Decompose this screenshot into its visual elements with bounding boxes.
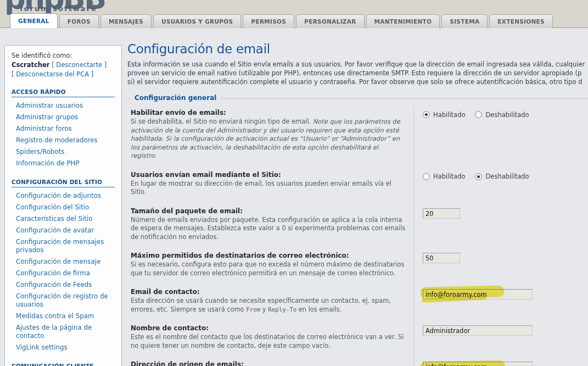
field-control: info@foroarmy.com (413, 288, 588, 314)
sidebar-nav: ACCESO RÁPIDOAdministrar usuariosAdminis… (12, 88, 115, 366)
field-description: En lugar de mostrar su dirección de emai… (131, 180, 406, 197)
sidebar-item-label: Configuración de adjuntos (16, 192, 101, 199)
tab-foros[interactable]: FOROS (59, 14, 99, 28)
sidebar-item-medidas-contra-el-spam[interactable]: Medidas contra el Spam (12, 310, 115, 322)
sidebar-item-label: Configuración del Sitio (16, 203, 89, 211)
tab-personalizar[interactable]: PERSONALIZAR (296, 14, 364, 28)
page-title: Configuración de email (127, 42, 588, 56)
radio-option-deshabilitado[interactable]: Deshabilitado (475, 111, 529, 119)
sidebar-item-label: Configuración de Feeds (16, 281, 92, 289)
sidebar-item-label: Características del Sitio (16, 215, 92, 223)
field-control: info@foroarmy.com (413, 361, 588, 366)
sidebar-item-configuracion-de-registro-de-usuarios[interactable]: Configuración de registro de usuarios (12, 291, 115, 310)
header: phpBB forum software ® GENERALFOROSMENSA… (0, 0, 588, 28)
field-text: Dirección de origen de emails:Se usa com… (131, 361, 413, 366)
field-description: Si es necesario, configura esto para que… (131, 260, 406, 278)
sidebar-item-configuracion-de-adjuntos[interactable]: Configuración de adjuntos (12, 190, 115, 202)
field-control: HabilitadoDeshabilitado (413, 109, 588, 160)
text-input-tamano-del-paquete-de-email[interactable]: 20 (423, 208, 460, 219)
sidebar-item-label: Configuración de mensajes privados (16, 238, 104, 254)
field-description: Este es el nombre del contacto que los d… (131, 333, 406, 350)
text-input-maximo-permitidos-de-destinatarios-de-correo-electronico[interactable]: 50 (423, 253, 460, 263)
field-control: 20 (413, 207, 588, 242)
radio-unchecked-icon[interactable] (423, 173, 430, 180)
sidebar-item-configuracion-de-mensaje[interactable]: Configuración de mensaje (12, 256, 115, 268)
sidebar-section-title-comunicacion-cliente: COMUNICACIÓN CLIENTE (12, 363, 115, 366)
text-input-email-de-contacto[interactable]: info@foroarmy.com (423, 289, 533, 300)
tab-sistema[interactable]: SISTEMA (441, 14, 488, 28)
form-row-direccion-de-origen-de-emails: Dirección de origen de emails:Se usa com… (127, 355, 588, 366)
sidebar-item-administrar-usuarios[interactable]: Administrar usuarios (12, 100, 115, 112)
form-row-usuarios-envian-email-mediante-el-sitio: Usuarios envían email mediante el Sitio:… (127, 165, 588, 202)
radio-checked-icon[interactable] (475, 173, 482, 180)
field-control: HabilitadoDeshabilitado (413, 171, 588, 197)
logout-link[interactable]: [ Desconectarte ] (52, 61, 107, 69)
identity-intro: Se identificó como: (12, 51, 115, 60)
field-label: Nombre de contacto: (131, 324, 406, 332)
sidebar-item-label: Administrar grupos (16, 113, 78, 121)
column-divider (413, 106, 414, 366)
text-input-direccion-de-origen-de-emails[interactable]: info@foroarmy.com (423, 362, 533, 366)
field-control: Administrador (413, 324, 588, 350)
username: Cscratcher (12, 61, 50, 69)
field-text: Habilitar envío de emails:Si se deshabil… (131, 109, 413, 160)
sidebar-item-spiders-robots[interactable]: Spiders/Robots (12, 146, 115, 158)
sidebar-section-title-acceso-rapido: ACCESO RÁPIDO (12, 88, 115, 97)
sidebar-item-label: Configuración de registro de usuarios (16, 292, 108, 308)
field-label: Usuarios envían email mediante el Sitio: (131, 171, 406, 179)
sidebar-item-label: Spiders/Robots (16, 148, 64, 156)
tab-bar: GENERALFOROSMENSAJESUSUARIOS Y GRUPOSPER… (10, 13, 555, 28)
field-label: Email de contacto: (131, 288, 406, 296)
radio-checked-icon[interactable] (423, 111, 430, 118)
tab-mantenimiento[interactable]: MANTENIMIENTO (366, 14, 440, 28)
radio-label: Deshabilitado (485, 173, 529, 180)
sidebar: Se identificó como: Cscratcher [ Descone… (4, 45, 122, 366)
sidebar-item-label: Medidas contra el Spam (16, 312, 94, 320)
radio-option-habilitado[interactable]: Habilitado (423, 111, 465, 119)
general-settings-fieldset: Configuración general Habilitar envío de… (127, 98, 588, 366)
tab-usuarios-y-grupos[interactable]: USUARIOS Y GRUPOS (153, 14, 241, 28)
sidebar-item-label: Configuración de firma (16, 269, 90, 277)
sidebar-item-label: VigLink settings (16, 343, 68, 351)
tab-general[interactable]: GENERAL (10, 13, 58, 28)
radio-option-deshabilitado[interactable]: Deshabilitado (475, 173, 529, 180)
input-value: 20 (425, 210, 434, 218)
tab-mensajes[interactable]: MENSAJES (100, 14, 152, 28)
sidebar-item-label: Información de PHP (16, 159, 80, 167)
phpbb-acp-page: phpBB forum software ® GENERALFOROSMENSA… (0, 0, 588, 366)
form-row-maximo-permitidos-de-destinatarios-de-correo-electronico: Máximo permitidos de destinatarios de co… (127, 246, 588, 282)
field-description: Número de emails enviados por paquete. E… (131, 216, 406, 242)
tab-extensiones[interactable]: EXTENSIONES (489, 14, 553, 28)
sidebar-item-viglink-settings[interactable]: VigLink settings (12, 342, 115, 353)
intro-line-1: Esta información se usa cuando el Sitio … (127, 60, 588, 69)
form-row-habilitar-envio-de-emails: Habilitar envío de emails:Si se deshabil… (127, 103, 588, 165)
sidebar-item-configuracion-del-sitio[interactable]: Configuración del Sitio (12, 202, 115, 213)
tab-permisos[interactable]: PERMISOS (243, 14, 294, 28)
input-value: info@foroarmy.com (425, 363, 487, 366)
sidebar-item-administrar-foros[interactable]: Administrar foros (12, 123, 115, 135)
text-input-nombre-de-contacto[interactable]: Administrador (423, 325, 533, 336)
sidebar-item-label: Administrar usuarios (16, 102, 83, 109)
sidebar-item-caracteristicas-del-sitio[interactable]: Características del Sitio (12, 213, 115, 225)
field-text: Tamaño del paquete de email:Número de em… (131, 207, 413, 242)
sidebar-item-configuracion-de-feeds[interactable]: Configuración de Feeds (12, 279, 115, 291)
field-label: Habilitar envío de emails: (131, 109, 406, 117)
sidebar-item-configuracion-de-avatar[interactable]: Configuración de avatar (12, 225, 115, 236)
identity-block: Se identificó como: Cscratcher [ Descone… (12, 51, 115, 79)
radio-unchecked-icon[interactable] (475, 111, 482, 118)
sidebar-item-informacion-de-php[interactable]: Información de PHP (12, 158, 115, 169)
form-row-nombre-de-contacto: Nombre de contacto:Este es el nombre del… (127, 319, 588, 355)
logout-acp-link[interactable]: [ Desconectarse del PCA ] (12, 70, 115, 79)
sidebar-item-label: Registro de moderadores (16, 136, 98, 144)
input-value: info@foroarmy.com (425, 291, 487, 298)
field-label: Dirección de origen de emails: (131, 361, 406, 366)
sidebar-item-configuracion-de-firma[interactable]: Configuración de firma (12, 268, 115, 279)
sidebar-item-ajustes-de-la-pagina-de-contacto[interactable]: Ajustes de la página de contacto (12, 322, 115, 342)
radio-option-habilitado[interactable]: Habilitado (423, 173, 465, 180)
sidebar-item-administrar-grupos[interactable]: Administrar grupos (12, 112, 115, 123)
sidebar-item-registro-de-moderadores[interactable]: Registro de moderadores (12, 135, 115, 146)
intro-paragraph: Esta información se usa cuando el Sitio … (127, 60, 588, 86)
sidebar-item-configuracion-de-mensajes-privados[interactable]: Configuración de mensajes privados (12, 236, 115, 256)
intro-line-2: provee un servicio de email nativo (util… (127, 69, 588, 77)
radio-label: Habilitado (433, 173, 465, 180)
